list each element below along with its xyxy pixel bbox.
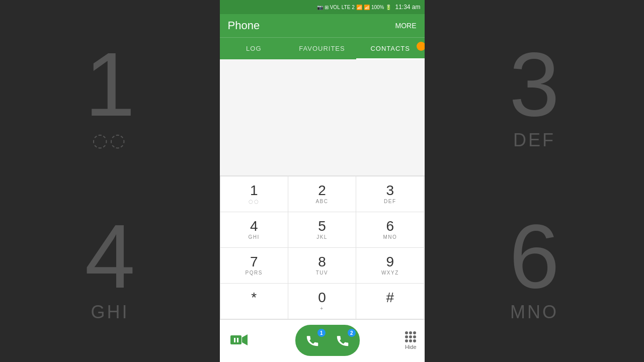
icon-signal2: 📶: [364, 5, 370, 10]
key-7[interactable]: 7 PQRS: [220, 248, 288, 284]
bg-digit-6: 6: [509, 211, 559, 302]
key-1[interactable]: 1 ◌◌: [220, 176, 288, 212]
key-6[interactable]: 6 MNO: [356, 212, 424, 248]
key-3-num: 3: [386, 184, 394, 198]
key-8-letters: TUV: [316, 270, 329, 276]
header: Phone MORE: [220, 14, 425, 37]
key-2[interactable]: 2 ABC: [288, 176, 356, 212]
key-star[interactable]: *: [220, 284, 288, 319]
tab-log[interactable]: LOG: [220, 38, 288, 59]
bg-sub-1: ◌◌: [92, 130, 127, 151]
call-badge-2: 2: [348, 329, 356, 337]
key-5-num: 5: [318, 219, 326, 233]
video-button[interactable]: [228, 329, 250, 351]
key-9-num: 9: [386, 255, 394, 269]
key-1-num: 1: [250, 184, 258, 198]
key-7-num: 7: [250, 255, 258, 269]
icon-lte: LTE: [342, 5, 351, 10]
key-0-num: 0: [318, 291, 326, 305]
svg-rect-3: [237, 338, 238, 342]
hide-label: Hide: [405, 344, 417, 350]
bg-sub-3: DEF: [513, 130, 555, 151]
key-9-letters: WXYZ: [381, 270, 399, 276]
battery-percent: 100%: [371, 5, 384, 10]
key-hash-num: #: [386, 291, 394, 305]
key-2-letters: ABC: [315, 199, 328, 205]
bg-left: 1 ◌◌ 4 GHI: [0, 0, 220, 362]
call-button-2[interactable]: 2: [328, 327, 358, 354]
status-bar: 📷 ⊞ VOL LTE 2 📶 📶 100% 🔋 11:34 am: [220, 0, 425, 14]
phone-container: 📷 ⊞ VOL LTE 2 📶 📶 100% 🔋 11:34 am Phone …: [220, 0, 425, 362]
key-4-num: 4: [250, 219, 258, 233]
bg-digit-4: 4: [85, 211, 135, 302]
bottom-bar: 1 2 Hide: [220, 319, 425, 362]
key-5[interactable]: 5 JKL: [288, 212, 356, 248]
key-2-num: 2: [318, 184, 326, 198]
key-6-num: 6: [386, 219, 394, 233]
key-0-letters: +: [320, 306, 324, 312]
icon-voicemail: 📷: [317, 5, 323, 10]
tab-contacts[interactable]: CONTACTS: [356, 38, 425, 59]
key-7-letters: PQRS: [245, 270, 262, 276]
icon-2: 2: [352, 5, 355, 10]
svg-marker-1: [242, 334, 248, 345]
key-0[interactable]: 0 +: [288, 284, 356, 319]
key-star-num: *: [251, 291, 257, 305]
call-buttons-group: 1 2: [295, 325, 360, 356]
phone-icon-2: [335, 333, 350, 348]
key-1-letters: ◌◌: [249, 199, 259, 205]
key-9[interactable]: 9 WXYZ: [356, 248, 424, 284]
key-4[interactable]: 4 GHI: [220, 212, 288, 248]
bg-digit-1: 1: [85, 39, 135, 130]
hide-button[interactable]: Hide: [405, 331, 417, 350]
bg-sub-4: GHI: [91, 302, 129, 323]
contacts-notification-dot: [417, 42, 425, 51]
tabs: LOG FAVOURITES CONTACTS: [220, 37, 425, 59]
status-icons: 📷 ⊞ VOL LTE 2 📶 📶 100% 🔋 11:34 am: [317, 4, 421, 11]
svg-rect-0: [230, 335, 242, 344]
icon-signal1: 📶: [356, 5, 362, 10]
key-5-letters: JKL: [316, 234, 328, 240]
call-badge-1: 1: [317, 329, 326, 337]
dialpad-display: [220, 59, 425, 175]
bg-digit-3: 3: [509, 39, 559, 130]
tab-favourites[interactable]: FAVOURITES: [288, 38, 356, 59]
key-hash[interactable]: #: [356, 284, 424, 319]
key-3[interactable]: 3 DEF: [356, 176, 424, 212]
video-icon: [230, 333, 248, 347]
battery-icon: 🔋: [385, 5, 391, 10]
key-8-num: 8: [318, 255, 326, 269]
dialpad: 1 ◌◌ 2 ABC 3 DEF 4 GHI 5 JKL 6 MNO: [220, 175, 425, 319]
status-time: 11:34 am: [395, 4, 420, 11]
key-8[interactable]: 8 TUV: [288, 248, 356, 284]
app-title: Phone: [228, 19, 260, 32]
key-3-letters: DEF: [384, 199, 396, 205]
dialpad-grid: 1 ◌◌ 2 ABC 3 DEF 4 GHI 5 JKL 6 MNO: [220, 176, 425, 319]
more-button[interactable]: MORE: [395, 22, 417, 30]
key-6-letters: MNO: [383, 234, 397, 240]
call-button-1[interactable]: 1: [297, 327, 328, 354]
icon-vol: VOL: [330, 5, 340, 10]
bg-sub-6: MNO: [510, 302, 558, 323]
icon-screen: ⊞: [325, 5, 329, 10]
bg-right: 3 DEF 6 MNO: [425, 0, 644, 362]
key-4-letters: GHI: [249, 234, 260, 240]
phone-icon-1: [305, 333, 320, 348]
dialpad-dots-icon: [405, 331, 416, 342]
svg-rect-2: [234, 338, 235, 342]
